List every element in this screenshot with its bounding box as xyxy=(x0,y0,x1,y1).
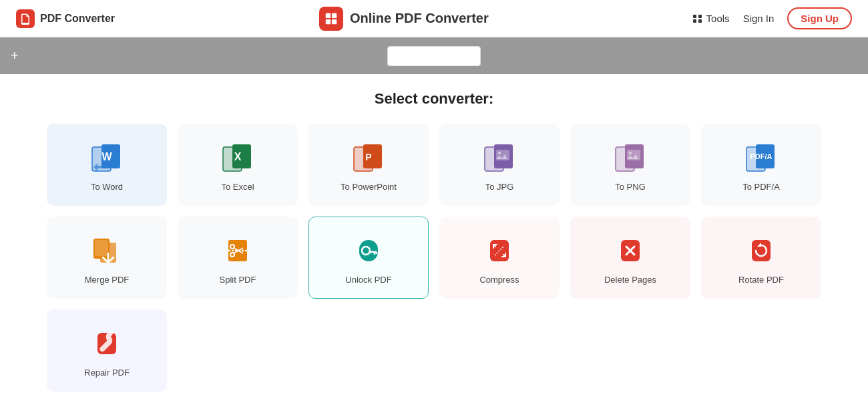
to-excel-label: To Excel xyxy=(221,182,254,192)
header-left: PDF Converter xyxy=(16,9,115,28)
center-logo-icon xyxy=(319,7,343,31)
svg-point-20 xyxy=(498,152,501,154)
to-ppt-icon: P xyxy=(351,140,386,175)
rotate-pdf-icon xyxy=(744,233,779,268)
brand-logo-icon xyxy=(16,9,35,28)
converter-merge-pdf[interactable]: Merge PDF xyxy=(47,217,167,299)
rotate-pdf-label: Rotate PDF xyxy=(738,275,784,285)
repair-pdf-label: Repair PDF xyxy=(84,368,130,378)
tools-menu[interactable]: Tools xyxy=(693,13,730,24)
compress-label: Compress xyxy=(479,275,519,285)
repair-pdf-icon xyxy=(89,326,124,361)
to-word-label: To Word xyxy=(91,182,123,192)
to-pdfa-icon: PDF/A xyxy=(744,140,779,175)
compress-icon xyxy=(482,233,517,268)
tools-label: Tools xyxy=(706,13,730,24)
svg-rect-1 xyxy=(332,13,337,17)
to-ppt-label: To PowerPoint xyxy=(341,182,397,192)
svg-rect-32 xyxy=(95,240,108,256)
unlock-pdf-icon xyxy=(351,233,386,268)
svg-rect-2 xyxy=(326,19,331,23)
tools-grid-icon xyxy=(693,15,702,23)
converter-to-word[interactable]: W To Word xyxy=(47,124,167,206)
to-excel-icon: X xyxy=(220,140,255,175)
svg-text:PDF/A: PDF/A xyxy=(750,152,773,160)
upload-plus-button[interactable]: + xyxy=(11,48,19,63)
svg-text:X: X xyxy=(234,151,242,162)
to-png-label: To PNG xyxy=(615,182,646,192)
upload-input-area[interactable] xyxy=(387,46,481,66)
section-title: Select converter: xyxy=(11,90,857,108)
to-jpg-label: To JPG xyxy=(485,182,514,192)
converter-grid-row2: Merge PDF Split PDF xyxy=(47,217,821,299)
split-pdf-label: Split PDF xyxy=(220,275,256,285)
converter-to-excel[interactable]: X To Excel xyxy=(178,124,298,206)
to-pdfa-label: To PDF/A xyxy=(742,182,780,192)
converter-delete-pages[interactable]: Delete Pages xyxy=(570,217,690,299)
converter-compress[interactable]: Compress xyxy=(439,217,560,299)
unlock-pdf-label: Unlock PDF xyxy=(345,275,391,285)
converter-to-jpg[interactable]: To JPG xyxy=(439,124,560,206)
svg-text:P: P xyxy=(365,152,371,162)
converter-to-pdfa[interactable]: PDF/A To PDF/A xyxy=(701,124,821,206)
delete-pages-icon xyxy=(613,233,648,268)
converter-grid-row1: W To Word X To Excel xyxy=(47,124,821,206)
to-jpg-icon xyxy=(482,140,517,175)
site-title: Online PDF Converter xyxy=(350,11,489,26)
converter-rotate-pdf[interactable]: Rotate PDF xyxy=(701,217,821,299)
brand-name: PDF Converter xyxy=(40,13,115,25)
to-png-icon xyxy=(613,140,648,175)
to-word-icon: W xyxy=(89,140,124,175)
converter-unlock-pdf[interactable]: Unlock PDF xyxy=(308,217,429,299)
svg-point-25 xyxy=(629,152,632,154)
upload-bar: + xyxy=(0,37,868,74)
converter-split-pdf[interactable]: Split PDF xyxy=(178,217,298,299)
main-content: Select converter: W To Word xyxy=(0,74,868,397)
converter-repair-pdf[interactable]: Repair PDF xyxy=(47,309,167,392)
merge-pdf-label: Merge PDF xyxy=(85,275,129,285)
header: PDF Converter Online PDF Converter Tools… xyxy=(0,0,868,37)
signup-button[interactable]: Sign Up xyxy=(787,7,852,29)
converter-to-png[interactable]: To PNG xyxy=(570,124,690,206)
svg-rect-3 xyxy=(332,19,337,23)
header-center: Online PDF Converter xyxy=(319,7,489,31)
delete-pages-label: Delete Pages xyxy=(604,275,656,285)
svg-rect-0 xyxy=(326,13,331,17)
split-pdf-icon xyxy=(220,233,255,268)
header-right: Tools Sign In Sign Up xyxy=(693,7,852,29)
merge-pdf-icon xyxy=(89,233,124,268)
svg-text:W: W xyxy=(101,151,112,162)
converter-grid-row3: Repair PDF xyxy=(47,309,821,392)
signin-link[interactable]: Sign In xyxy=(743,13,775,24)
converter-to-ppt[interactable]: P To PowerPoint xyxy=(308,124,429,206)
